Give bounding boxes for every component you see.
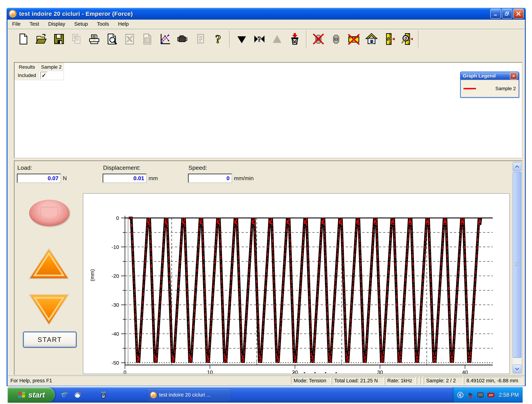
start-button-label: start xyxy=(28,391,45,399)
load-field[interactable]: 0.07 xyxy=(17,174,61,183)
menu-file[interactable]: File xyxy=(8,19,25,28)
export-report-button[interactable] xyxy=(138,30,156,48)
load-value: 0.07 xyxy=(48,175,58,182)
graph-button[interactable] xyxy=(156,30,174,48)
menu-test[interactable]: Test xyxy=(25,19,44,28)
emperor-task-icon: e xyxy=(150,392,157,398)
quicklaunch-device-icon[interactable] xyxy=(99,391,108,399)
tray-ati-icon[interactable]: ATI xyxy=(487,391,495,398)
open-file-button[interactable] xyxy=(32,30,50,48)
status-mode: Mode: Tension xyxy=(291,377,331,385)
start-menu-button[interactable]: start xyxy=(8,387,55,403)
svg-text:-20: -20 xyxy=(112,273,119,279)
vertical-scrollbar[interactable] xyxy=(512,162,522,374)
status-spacer xyxy=(417,377,419,385)
graph-legend-close-button[interactable]: × xyxy=(510,72,517,79)
zero-load-button[interactable]: 1KG xyxy=(310,30,327,48)
status-total-load: Total Load: 21.25 N xyxy=(332,377,384,385)
toolbar: ? ? 1KG 1KG 0 0 xyxy=(8,28,525,49)
zero-position-button[interactable]: 0 xyxy=(380,30,398,48)
jog-prompt-button[interactable]: ? xyxy=(250,30,268,48)
taskbar-task-button[interactable]: e test indoire 20 cicluri ... xyxy=(147,389,231,401)
samples-panel: Results Sample 2 Included ✓ xyxy=(14,62,522,158)
displacement-label: Displacement: xyxy=(103,164,140,171)
svg-text:(mm): (mm) xyxy=(89,269,95,281)
windows-logo-icon xyxy=(18,391,26,399)
tray-display-icon[interactable] xyxy=(477,391,484,398)
toolbar-separator xyxy=(229,31,231,47)
speed-field[interactable]: 0 xyxy=(188,174,232,183)
app-icon: e xyxy=(9,10,17,18)
results-grid-header-sample2[interactable]: Sample 2 xyxy=(39,63,64,71)
toolbar-separator xyxy=(306,31,307,47)
chart-panel: 0-10-20-30-40-50010203040(mm) xyxy=(83,193,510,374)
zero-position-view-button[interactable]: 0 xyxy=(398,30,416,48)
scroll-down-button[interactable] xyxy=(513,365,521,373)
status-position: 8.49102 min, -6.88 mm xyxy=(464,377,522,385)
jog-up-button[interactable] xyxy=(268,30,286,48)
displacement-field[interactable]: 0.01 xyxy=(103,174,147,183)
print-preview-button[interactable] xyxy=(103,30,121,48)
svg-text:ATI: ATI xyxy=(489,394,493,397)
delete-sample-button[interactable] xyxy=(286,30,304,48)
graph-legend-window: Graph Legend × Sample 2 xyxy=(460,72,519,98)
stop-button[interactable] xyxy=(29,200,69,226)
stop-icon xyxy=(40,207,58,219)
help-button[interactable]: ? xyxy=(209,30,227,48)
menu-setup[interactable]: Setup xyxy=(70,19,92,28)
menu-tools[interactable]: Tools xyxy=(92,19,114,28)
status-bar: For Help, press F1 Mode: Tension Total L… xyxy=(8,375,525,386)
menu-help[interactable]: Help xyxy=(114,19,133,28)
svg-text:0: 0 xyxy=(387,36,389,42)
svg-text:10: 10 xyxy=(207,369,213,374)
close-button[interactable] xyxy=(513,9,524,19)
report-notes-button[interactable] xyxy=(192,30,209,48)
tray-collapse-chevron-icon[interactable] xyxy=(457,391,464,398)
restore-button[interactable] xyxy=(502,9,512,19)
included-checkbox[interactable]: ✓ xyxy=(40,72,47,79)
scrollbar-thumb[interactable] xyxy=(513,172,521,358)
status-rate: Rate: 1kHz xyxy=(385,377,416,385)
chart: 0-10-20-30-40-50010203040(mm) xyxy=(83,194,509,374)
svg-text:-30: -30 xyxy=(112,302,119,308)
jog-down-button[interactable] xyxy=(233,30,250,48)
camera-button[interactable] xyxy=(174,30,192,48)
svg-text:1KG: 1KG xyxy=(334,38,338,40)
svg-text:30: 30 xyxy=(377,369,383,374)
tray-muted-audio-icon[interactable] xyxy=(467,391,474,398)
menu-display[interactable]: Display xyxy=(44,19,70,28)
speed-label: Speed: xyxy=(188,164,207,171)
speed-value: 0 xyxy=(226,175,230,182)
jog-down-arrow-button[interactable] xyxy=(28,293,70,327)
copy-button[interactable] xyxy=(68,30,85,48)
speed-unit: mm/min xyxy=(234,175,254,182)
print-button[interactable] xyxy=(85,30,103,48)
home-position-button[interactable] xyxy=(363,30,380,48)
load-weight-button[interactable]: 1KG xyxy=(327,30,345,48)
export-excel-button[interactable] xyxy=(121,30,138,48)
save-button[interactable] xyxy=(50,30,68,48)
svg-text:40: 40 xyxy=(462,369,468,374)
quicklaunch-ie-icon[interactable]: e xyxy=(60,391,68,399)
title-bar[interactable]: e test indoire 20 cicluri - Emperor (For… xyxy=(6,8,526,19)
new-document-button[interactable] xyxy=(15,30,32,48)
start-test-button[interactable]: START xyxy=(23,332,76,347)
toolbar-separator xyxy=(418,31,419,47)
legend-entry-label: Sample 2 xyxy=(495,86,516,91)
legend-color-swatch xyxy=(463,88,476,89)
screen: e test indoire 20 cicluri - Emperor (For… xyxy=(0,0,532,404)
taskbar-clock[interactable]: 2:58 PM xyxy=(499,392,519,398)
scroll-up-button[interactable] xyxy=(513,162,521,171)
load-unit: N xyxy=(63,175,67,182)
graph-legend-body: Sample 2 xyxy=(461,80,519,97)
graph-legend-titlebar[interactable]: Graph Legend × xyxy=(461,72,519,80)
svg-text:-10: -10 xyxy=(112,244,119,250)
window-title: test indoire 20 cicluri - Emperor (Force… xyxy=(19,10,133,17)
quicklaunch-browser2-icon[interactable] xyxy=(74,391,82,399)
system-tray: ATI 2:58 PM xyxy=(452,387,523,403)
svg-text:0: 0 xyxy=(404,36,407,41)
jog-up-arrow-button[interactable] xyxy=(28,246,70,281)
zero-extension-button[interactable] xyxy=(345,30,363,48)
minimize-button[interactable] xyxy=(490,9,501,19)
status-spacer xyxy=(420,377,423,385)
